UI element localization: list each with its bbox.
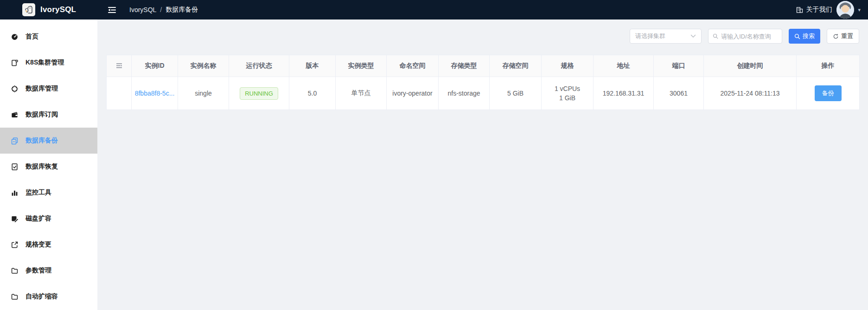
brand-name: IvorySQL [40, 5, 76, 14]
column-header-actions: 操作 [797, 55, 860, 77]
address-cell: 192.168.31.31 [594, 77, 654, 110]
sidebar-item-label: 数据库管理 [26, 84, 58, 93]
created-at-cell: 2025-11-24 08:11:13 [704, 77, 797, 110]
search-input[interactable] [721, 33, 778, 40]
breadcrumb-root[interactable]: IvorySQL [129, 6, 156, 13]
sidebar-collapse-icon[interactable] [108, 6, 116, 13]
sidebar-item-database-backup[interactable]: 数据库备份 [0, 128, 97, 154]
sidebar: 首页 K8S集群管理 数据库管理 数据库订阅 数据库备份 [0, 19, 97, 310]
table-row: 8fbba8f8-5c... single RUNNING 5.0 单节点 iv… [107, 77, 860, 110]
backup-instances-table: 实例ID 实例名称 运行状态 版本 实例类型 命名空间 存储类型 存储空间 规格… [106, 55, 860, 110]
main-content: 请选择集群 搜索 重置 [97, 19, 868, 310]
brand-logo[interactable]: IvorySQL [0, 3, 97, 16]
column-header-instance-name: 实例名称 [178, 55, 229, 77]
disk-expand-icon [11, 215, 19, 223]
sidebar-item-spec-change[interactable]: 规格变更 [0, 232, 97, 258]
version-cell: 5.0 [289, 77, 336, 110]
sidebar-item-disk-expand[interactable]: 磁盘扩容 [0, 206, 97, 232]
spec-memory: 1 GiB [542, 93, 593, 103]
top-header: IvorySQL IvorySQL / 数据库备份 关于我们 [0, 0, 868, 19]
column-header-spec: 规格 [542, 55, 594, 77]
sidebar-item-monitor-tools[interactable]: 监控工具 [0, 180, 97, 206]
cluster-icon [11, 59, 19, 67]
spec-cell: 1 vCPUs 1 GiB [542, 77, 594, 110]
search-icon [794, 33, 800, 39]
column-settings-icon[interactable] [116, 63, 122, 68]
storage-size-cell: 5 GiB [490, 77, 542, 110]
refresh-icon [833, 33, 839, 39]
column-header-run-status: 运行状态 [229, 55, 289, 77]
search-icon [713, 33, 718, 39]
sidebar-item-label: 数据库恢复 [26, 162, 58, 171]
sidebar-item-database-restore[interactable]: 数据库恢复 [0, 154, 97, 180]
sidebar-item-label: 监控工具 [26, 188, 51, 197]
filter-bar: 请选择集群 搜索 重置 [106, 29, 859, 44]
about-us-label: 关于我们 [806, 6, 832, 14]
building-icon [796, 6, 803, 13]
ivorysql-logo-icon [22, 3, 35, 16]
table-header-row: 实例ID 实例名称 运行状态 版本 实例类型 命名空间 存储类型 存储空间 规格… [107, 55, 860, 77]
reset-button[interactable]: 重置 [827, 29, 859, 44]
breadcrumb-current: 数据库备份 [166, 6, 198, 14]
column-header-address: 地址 [594, 55, 654, 77]
cluster-select-placeholder: 请选择集群 [635, 32, 665, 40]
instance-id-link[interactable]: 8fbba8f8-5c... [135, 90, 175, 97]
sidebar-item-label: 参数管理 [26, 266, 51, 275]
sidebar-item-label: 首页 [26, 32, 38, 41]
sidebar-item-label: K8S集群管理 [26, 58, 64, 67]
column-header-created-at: 创建时间 [704, 55, 797, 77]
sidebar-item-label: 数据库订阅 [26, 110, 58, 119]
status-badge: RUNNING [240, 87, 278, 100]
breadcrumb-separator: / [160, 6, 162, 13]
sidebar-item-label: 数据库备份 [26, 136, 58, 145]
cluster-select[interactable]: 请选择集群 [630, 29, 702, 44]
search-button[interactable]: 搜索 [789, 29, 820, 44]
user-avatar[interactable] [836, 1, 854, 19]
sidebar-item-parameter-manage[interactable]: 参数管理 [0, 258, 97, 284]
reset-button-label: 重置 [841, 32, 853, 40]
row-selector-cell [107, 77, 132, 110]
spec-change-icon [11, 241, 19, 249]
spec-cpu: 1 vCPUs [542, 84, 593, 93]
instance-type-cell: 单节点 [336, 77, 387, 110]
column-header-instance-id: 实例ID [132, 55, 178, 77]
backup-copy-icon [11, 137, 19, 145]
search-button-label: 搜索 [803, 32, 815, 40]
search-input-box [708, 29, 782, 44]
port-cell: 30061 [654, 77, 704, 110]
restore-check-icon [11, 163, 19, 171]
chevron-down-icon [690, 34, 696, 38]
sidebar-item-label: 磁盘扩容 [26, 214, 51, 223]
sidebar-item-k8s-cluster[interactable]: K8S集群管理 [0, 50, 97, 76]
folder-icon [11, 267, 19, 275]
column-header-namespace: 命名空间 [387, 55, 439, 77]
chevron-down-icon[interactable]: ▾ [858, 7, 861, 13]
about-us-link[interactable]: 关于我们 [796, 6, 832, 14]
backup-button[interactable]: 备份 [815, 85, 842, 101]
column-header-storage-type: 存储类型 [439, 55, 490, 77]
database-manage-icon [11, 85, 19, 93]
column-header-version: 版本 [289, 55, 336, 77]
column-header-instance-type: 实例类型 [336, 55, 387, 77]
monitor-bars-icon [11, 189, 19, 197]
sidebar-item-database-subscription[interactable]: 数据库订阅 [0, 102, 97, 128]
sidebar-item-label: 规格变更 [26, 240, 51, 249]
column-settings-header [107, 55, 132, 77]
storage-type-cell: nfs-storage [439, 77, 490, 110]
column-header-storage-size: 存储空间 [490, 55, 542, 77]
column-header-port: 端口 [654, 55, 704, 77]
folder-icon [11, 293, 19, 301]
subscription-icon [11, 111, 19, 119]
breadcrumb: IvorySQL / 数据库备份 [129, 6, 198, 14]
dashboard-icon [11, 33, 19, 41]
sidebar-item-autoscale[interactable]: 自动扩缩容 [0, 284, 97, 310]
sidebar-item-label: 自动扩缩容 [26, 292, 58, 301]
instance-name-cell: single [178, 77, 229, 110]
namespace-cell: ivory-operator [387, 77, 439, 110]
sidebar-item-home[interactable]: 首页 [0, 24, 97, 50]
sidebar-item-database-manage[interactable]: 数据库管理 [0, 76, 97, 102]
